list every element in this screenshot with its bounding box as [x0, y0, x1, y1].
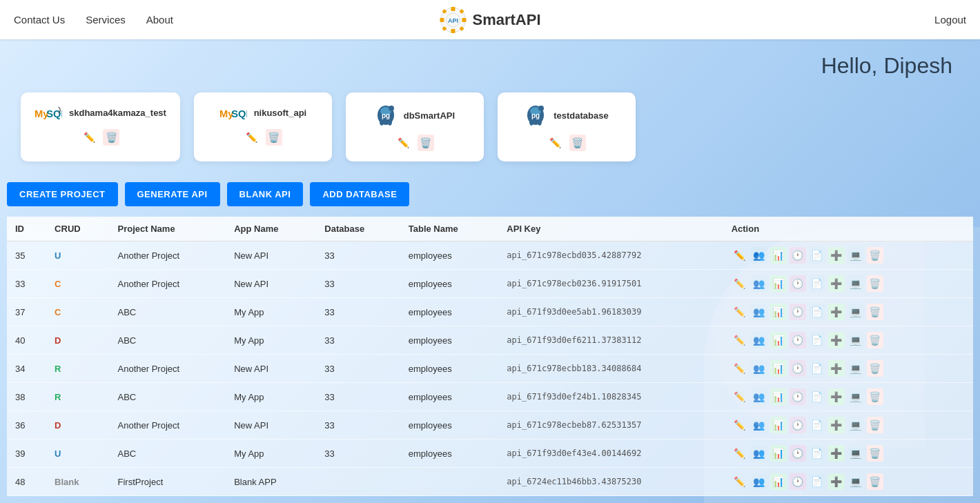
users-icon-6[interactable]: 👥	[751, 417, 767, 433]
delete-icon-3[interactable]: 🗑️	[867, 332, 883, 348]
users-icon-3[interactable]: 👥	[751, 332, 767, 348]
chart-icon-0[interactable]: 📊	[770, 247, 787, 264]
edit-icon-3[interactable]: ✏️	[732, 332, 748, 348]
clock-icon-8[interactable]: 🕐	[790, 473, 806, 490]
add-icon-5[interactable]: ➕	[828, 388, 845, 405]
doc-icon-3[interactable]: 📄	[809, 332, 825, 348]
add-icon-8[interactable]: ➕	[828, 473, 845, 490]
cell-key-1: api_671c978ecb0236.91917501	[498, 270, 723, 298]
clock-icon-5[interactable]: 🕐	[790, 388, 806, 405]
logout-button[interactable]: Logout	[934, 14, 966, 26]
add-icon-2[interactable]: ➕	[828, 304, 845, 320]
db-delete-icon-3[interactable]: 🗑️	[569, 135, 586, 151]
edit-icon-2[interactable]: ✏️	[732, 304, 748, 320]
blank-api-button[interactable]: BLANK API	[227, 182, 304, 206]
postgres-icon-3: pg	[525, 103, 547, 128]
edit-icon-6[interactable]: ✏️	[732, 417, 748, 433]
doc-icon-1[interactable]: 📄	[809, 275, 825, 292]
users-icon-4[interactable]: 👥	[751, 360, 767, 377]
clock-icon-3[interactable]: 🕐	[790, 332, 806, 348]
edit-icon-8[interactable]: ✏️	[732, 473, 748, 490]
code-icon-6[interactable]: 💻	[847, 417, 864, 433]
clock-icon-6[interactable]: 🕐	[790, 417, 806, 433]
db-delete-icon-0[interactable]: 🗑️	[103, 129, 119, 146]
delete-icon-6[interactable]: 🗑️	[867, 417, 883, 433]
delete-icon-8[interactable]: 🗑️	[867, 473, 883, 490]
svg-point-23	[538, 106, 544, 111]
users-icon-5[interactable]: 👥	[751, 388, 767, 405]
code-icon-3[interactable]: 💻	[847, 332, 864, 348]
clock-icon-7[interactable]: 🕐	[790, 445, 806, 462]
db-delete-icon-2[interactable]: 🗑️	[418, 135, 434, 151]
doc-icon-2[interactable]: 📄	[809, 304, 825, 320]
doc-icon-7[interactable]: 📄	[809, 445, 825, 462]
db-delete-icon-1[interactable]: 🗑️	[266, 129, 282, 146]
chart-icon-6[interactable]: 📊	[770, 417, 787, 433]
doc-icon-5[interactable]: 📄	[809, 388, 825, 405]
clock-icon-1[interactable]: 🕐	[790, 275, 806, 292]
edit-icon-5[interactable]: ✏️	[732, 388, 748, 405]
delete-icon-4[interactable]: 🗑️	[867, 360, 883, 377]
doc-icon-8[interactable]: 📄	[809, 473, 825, 490]
code-icon-7[interactable]: 💻	[847, 445, 864, 462]
clock-icon-4[interactable]: 🕐	[790, 360, 806, 377]
db-edit-icon-0[interactable]: ✏️	[81, 129, 97, 146]
svg-point-24	[529, 119, 533, 126]
delete-icon-7[interactable]: 🗑️	[867, 445, 883, 462]
code-icon-0[interactable]: 💻	[847, 247, 864, 264]
chart-icon-4[interactable]: 📊	[770, 360, 787, 377]
add-icon-0[interactable]: ➕	[828, 247, 845, 264]
users-icon-2[interactable]: 👥	[751, 304, 767, 320]
create-project-button[interactable]: CREATE PROJECT	[7, 182, 118, 206]
action-icons-8: ✏️ 👥 📊 🕐 📄 ➕ 💻 🗑️	[732, 473, 965, 490]
users-icon-0[interactable]: 👥	[751, 247, 767, 264]
users-icon-7[interactable]: 👥	[751, 445, 767, 462]
chart-icon-1[interactable]: 📊	[770, 275, 787, 292]
clock-icon-0[interactable]: 🕐	[790, 247, 806, 264]
doc-icon-0[interactable]: 📄	[809, 247, 825, 264]
db-edit-icon-1[interactable]: ✏️	[244, 129, 260, 146]
code-icon-5[interactable]: 💻	[847, 388, 864, 405]
db-edit-icon-3[interactable]: ✏️	[547, 135, 564, 151]
edit-icon-7[interactable]: ✏️	[732, 445, 748, 462]
delete-icon-0[interactable]: 🗑️	[867, 247, 883, 264]
cell-id-5: 38	[7, 383, 46, 411]
db-card-name-1: nikusoft_api	[254, 108, 307, 118]
generate-api-button[interactable]: GENERATE API	[125, 182, 220, 206]
users-icon-1[interactable]: 👥	[751, 275, 767, 292]
chart-icon-8[interactable]: 📊	[770, 473, 787, 490]
svg-point-25	[538, 119, 542, 126]
code-icon-2[interactable]: 💻	[847, 304, 864, 320]
edit-icon-1[interactable]: ✏️	[732, 275, 748, 292]
code-icon-1[interactable]: 💻	[847, 275, 864, 292]
chart-icon-2[interactable]: 📊	[770, 304, 787, 320]
add-icon-1[interactable]: ➕	[828, 275, 845, 292]
nav-services[interactable]: Services	[86, 14, 126, 26]
add-icon-6[interactable]: ➕	[828, 417, 845, 433]
nav-contact[interactable]: Contact Us	[14, 14, 65, 26]
users-icon-8[interactable]: 👥	[751, 473, 767, 490]
delete-icon-2[interactable]: 🗑️	[867, 304, 883, 320]
clock-icon-2[interactable]: 🕐	[790, 304, 806, 320]
delete-icon-5[interactable]: 🗑️	[867, 388, 883, 405]
table-row: 35 U Another Project New API 33 employee…	[7, 241, 973, 270]
doc-icon-4[interactable]: 📄	[809, 360, 825, 377]
chart-icon-7[interactable]: 📊	[770, 445, 787, 462]
cell-app-8: Blank APP	[226, 468, 316, 496]
nav-about[interactable]: About	[146, 14, 173, 26]
edit-icon-4[interactable]: ✏️	[732, 360, 748, 377]
chart-icon-5[interactable]: 📊	[770, 388, 787, 405]
edit-icon-0[interactable]: ✏️	[732, 247, 748, 264]
cell-action-5: ✏️ 👥 📊 🕐 📄 ➕ 💻 🗑️	[723, 383, 973, 411]
svg-text:SQL: SQL	[46, 108, 62, 119]
doc-icon-6[interactable]: 📄	[809, 417, 825, 433]
chart-icon-3[interactable]: 📊	[770, 332, 787, 348]
add-icon-7[interactable]: ➕	[828, 445, 845, 462]
db-edit-icon-2[interactable]: ✏️	[395, 135, 412, 151]
add-icon-3[interactable]: ➕	[828, 332, 845, 348]
code-icon-8[interactable]: 💻	[847, 473, 864, 490]
add-icon-4[interactable]: ➕	[828, 360, 845, 377]
add-database-button[interactable]: ADD DATABASE	[310, 182, 409, 206]
code-icon-4[interactable]: 💻	[847, 360, 864, 377]
delete-icon-1[interactable]: 🗑️	[867, 275, 883, 292]
